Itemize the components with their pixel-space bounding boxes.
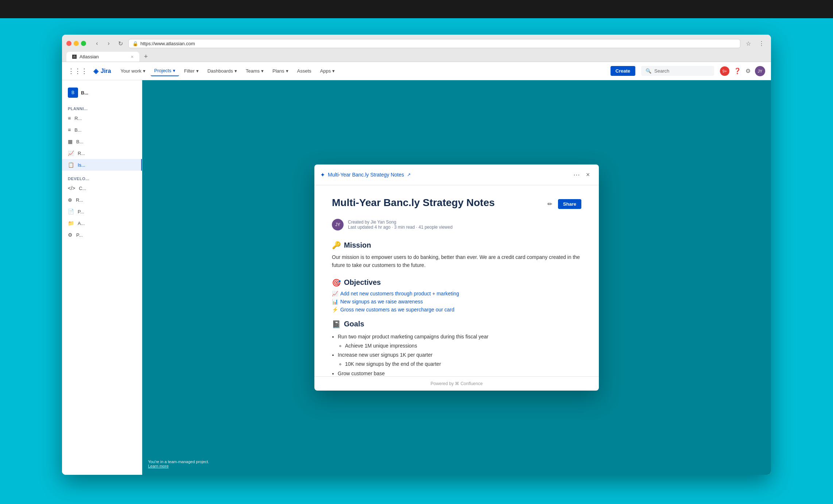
goal-1-sublist: Achieve 1M unique impressions [345, 341, 581, 350]
user-avatar[interactable]: JY [755, 66, 765, 76]
develop-section-label: DEVELO... [62, 171, 142, 182]
nav-teams[interactable]: Teams ▾ [242, 66, 267, 76]
minimize-traffic-light[interactable] [74, 41, 79, 46]
modal-header: ✦ Multi-Year Banc.ly Strategy Notes ↗ ⋯ … [314, 164, 599, 185]
chevron-down-icon: ▾ [196, 68, 199, 74]
modal-actions: ⋯ × [573, 170, 593, 180]
reload-button[interactable]: ↻ [115, 38, 125, 49]
pages-icon: 📄 [68, 209, 74, 214]
confluence-icon: ✦ [320, 171, 325, 178]
maximize-traffic-light[interactable] [81, 41, 86, 46]
jira-header: ⋮⋮⋮ ◈ Jira Your work ▾ Projects ▾ Filter… [62, 62, 771, 80]
issues-icon: 📋 [68, 162, 74, 168]
objective-link-1[interactable]: 📈 Add net new customers through product … [332, 291, 581, 296]
nav-assets[interactable]: Assets [294, 66, 315, 76]
modal-title: Multi-Year Banc.ly Strategy Notes [328, 172, 404, 178]
traffic-lights [66, 41, 86, 46]
goals-heading: 📓 Goals [332, 320, 581, 329]
address-bar[interactable]: 🔒 https://www.atlassian.com [128, 39, 740, 48]
goal-item-3: Grow customer base Double our total acti… [338, 369, 581, 376]
more-options-button[interactable]: ⋯ [573, 171, 580, 179]
objective-2-emoji: 📊 [332, 299, 338, 305]
mission-text: Our mission is to empower users to do ba… [332, 253, 581, 270]
sidebar-item-board[interactable]: ▦ B... [62, 136, 142, 147]
sidebar-item-reports[interactable]: 📈 R... [62, 147, 142, 159]
settings-icon[interactable]: ⚙ [745, 67, 751, 74]
goal-item-1: Run two major product marketing campaign… [338, 332, 581, 350]
new-tab-button[interactable]: + [141, 51, 151, 62]
tab-close-button[interactable]: × [131, 54, 133, 59]
bookmark-button[interactable]: ☆ [743, 38, 753, 49]
objective-link-3[interactable]: ⚡ Gross new customers as we supercharge … [332, 307, 581, 313]
modal-body: Multi-Year Banc.ly Strategy Notes ✏ Shar… [314, 185, 599, 376]
project-settings-icon: ⚙ [68, 232, 73, 238]
nav-apps[interactable]: Apps ▾ [317, 66, 339, 76]
jira-nav: Your work ▾ Projects ▾ Filter ▾ Dashboar… [117, 66, 604, 76]
edit-button[interactable]: ✏ [547, 201, 552, 208]
sidebar-item-assets[interactable]: 📁 A... [62, 217, 142, 229]
chevron-down-icon: ▾ [173, 68, 175, 73]
main-area: B B... PLANNI... ≡ R... ≡ B... ▦ B... 📈 … [62, 80, 771, 475]
create-button[interactable]: Create [611, 66, 635, 76]
header-icons: 9+ ❓ ⚙ JY [720, 66, 765, 76]
doc-meta: JY Created by Jie Yan Song Last updated … [332, 219, 581, 230]
goal-1-sub-1: Achieve 1M unique impressions [345, 341, 581, 350]
jira-logo: ◈ Jira [93, 67, 111, 75]
chevron-down-icon: ▾ [261, 68, 264, 74]
document-modal: ✦ Multi-Year Banc.ly Strategy Notes ↗ ⋯ … [314, 164, 599, 391]
sidebar-item-roadmap1[interactable]: ≡ R... [62, 112, 142, 124]
project-header: B B... [62, 85, 142, 101]
sidebar-item-releases[interactable]: ⊕ R... [62, 194, 142, 206]
objective-link-2[interactable]: 📊 New signups as we raise awareness [332, 299, 581, 305]
help-icon[interactable]: ❓ [734, 67, 741, 74]
planning-section-label: PLANNI... [62, 101, 142, 112]
objective-1-emoji: 📈 [332, 291, 338, 296]
back-button[interactable]: ‹ [92, 38, 102, 49]
assets-icon: 📁 [68, 220, 74, 226]
confluence-logo: ⌘ Confluence [455, 381, 483, 386]
objectives-emoji: 🎯 [332, 278, 341, 287]
goal-2-sublist: 10K new signups by the end of the quarte… [345, 360, 581, 369]
nav-dashboards[interactable]: Dashboards ▾ [204, 66, 241, 76]
tab-bar: 🅰 Atlassian × + [66, 51, 767, 62]
search-bar[interactable]: 🔍 Search [641, 66, 714, 76]
doc-title: Multi-Year Banc.ly Strategy Notes [332, 197, 495, 209]
close-traffic-light[interactable] [66, 41, 71, 46]
learn-more-link[interactable]: Learn more [148, 464, 168, 468]
nav-plans[interactable]: Plans ▾ [269, 66, 292, 76]
sidebar-item-backlog[interactable]: ≡ B... [62, 124, 142, 136]
goals-emoji: 📓 [332, 320, 341, 329]
chevron-down-icon: ▾ [286, 68, 288, 74]
forward-button[interactable]: › [104, 38, 114, 49]
sidebar: B B... PLANNI... ≡ R... ≡ B... ▦ B... 📈 … [62, 80, 142, 475]
author-created-by: Created by Jie Yan Song [348, 220, 453, 225]
browser-chrome: ‹ › ↻ 🔒 https://www.atlassian.com ☆ ⋮ 🅰 … [62, 35, 771, 62]
sidebar-item-code[interactable]: </> C... [62, 182, 142, 194]
modal-footer: Powered by ⌘ Confluence [314, 376, 599, 391]
releases-icon: ⊕ [68, 197, 72, 203]
mission-emoji: 🔑 [332, 241, 341, 249]
menu-button[interactable]: ⋮ [756, 38, 767, 49]
chevron-down-icon: ▾ [143, 68, 146, 74]
nav-projects[interactable]: Projects ▾ [151, 66, 179, 76]
sidebar-item-project-settings[interactable]: ⚙ P... [62, 229, 142, 241]
nav-filter[interactable]: Filter ▾ [181, 66, 202, 76]
nav-your-work[interactable]: Your work ▾ [117, 66, 149, 76]
sidebar-item-issues[interactable]: 📋 Is... [62, 159, 142, 171]
browser-window: ‹ › ↻ 🔒 https://www.atlassian.com ☆ ⋮ 🅰 … [62, 35, 771, 475]
modal-overlay: ✦ Multi-Year Banc.ly Strategy Notes ↗ ⋯ … [142, 80, 771, 475]
jira-logo-text: Jira [101, 68, 111, 74]
external-link-icon[interactable]: ↗ [407, 172, 411, 177]
goals-list: Run two major product marketing campaign… [338, 332, 581, 376]
chevron-down-icon: ▾ [332, 68, 335, 74]
objective-3-emoji: ⚡ [332, 307, 338, 313]
apps-grid-icon[interactable]: ⋮⋮⋮ [68, 67, 88, 75]
search-placeholder: Search [654, 68, 669, 74]
author-avatar: JY [332, 219, 344, 230]
share-button[interactable]: Share [558, 199, 581, 209]
sidebar-item-pages[interactable]: 📄 P... [62, 206, 142, 217]
team-managed-text: You're in a team-managed project. [148, 460, 217, 464]
modal-close-button[interactable]: × [583, 170, 593, 180]
active-tab[interactable]: 🅰 Atlassian × [66, 52, 139, 62]
notifications-button[interactable]: 9+ [720, 66, 729, 76]
